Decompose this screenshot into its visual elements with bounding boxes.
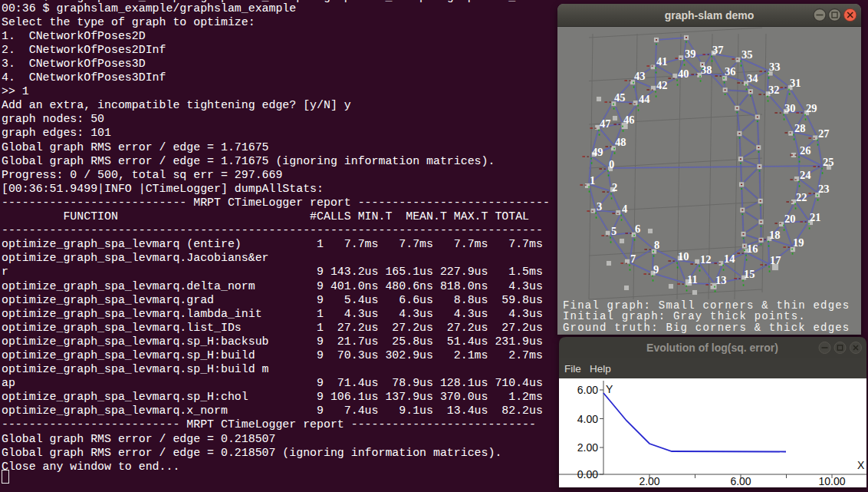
svg-text:Ground truth: Big corners & th: Ground truth: Big corners & thick edges (563, 322, 850, 334)
svg-text:1: 1 (590, 174, 595, 187)
svg-text:37: 37 (712, 44, 724, 56)
svg-text:32: 32 (768, 84, 780, 96)
svg-text:21: 21 (810, 211, 821, 223)
svg-text:8: 8 (654, 239, 659, 251)
svg-text:Final graph: Small corners & t: Final graph: Small corners & thin edges (563, 299, 850, 312)
svg-text:6: 6 (635, 223, 640, 235)
svg-text:49: 49 (592, 146, 603, 158)
svg-text:41: 41 (656, 55, 668, 68)
svg-text:0.00: 0.00 (577, 468, 598, 480)
svg-text:10.00: 10.00 (818, 475, 845, 487)
svg-text:3: 3 (597, 200, 602, 213)
svg-text:39: 39 (685, 48, 696, 60)
svg-text:Help: Help (590, 363, 611, 375)
svg-text:10: 10 (678, 250, 689, 263)
svg-text:7: 7 (630, 253, 636, 265)
svg-text:2: 2 (612, 181, 617, 193)
svg-text:16: 16 (747, 243, 758, 255)
svg-text:17: 17 (770, 254, 781, 266)
svg-text:48: 48 (615, 136, 626, 148)
svg-text:27: 27 (818, 127, 830, 140)
svg-text:20: 20 (784, 213, 796, 225)
svg-text:23: 23 (818, 183, 830, 195)
svg-text:4.00: 4.00 (577, 413, 598, 425)
svg-text:File: File (564, 363, 581, 375)
svg-text:4: 4 (622, 203, 627, 215)
svg-text:Y: Y (606, 383, 613, 395)
svg-text:X: X (857, 459, 865, 471)
svg-text:35: 35 (741, 48, 753, 61)
svg-text:18: 18 (769, 229, 781, 241)
svg-text:24: 24 (800, 169, 811, 181)
svg-text:graph-slam demo: graph-slam demo (665, 9, 755, 21)
svg-text:6.00: 6.00 (730, 475, 751, 487)
svg-text:45: 45 (614, 91, 626, 104)
svg-text:46: 46 (623, 114, 635, 126)
svg-text:12: 12 (700, 253, 712, 266)
svg-text:6.00: 6.00 (577, 384, 598, 396)
svg-text:38: 38 (701, 64, 712, 76)
svg-text:29: 29 (806, 102, 817, 114)
svg-text:25: 25 (823, 156, 834, 168)
svg-text:9: 9 (653, 263, 659, 276)
svg-text:42: 42 (656, 79, 668, 91)
svg-text:40: 40 (678, 68, 689, 80)
svg-text:Evolution of log(sq. error): Evolution of log(sq. error) (646, 342, 778, 354)
svg-text:26: 26 (800, 144, 811, 157)
svg-text:43: 43 (634, 70, 646, 82)
svg-text:36: 36 (725, 65, 736, 78)
svg-text:19: 19 (793, 236, 804, 249)
svg-text:13: 13 (715, 274, 727, 286)
svg-text:33: 33 (769, 61, 781, 73)
svg-text:28: 28 (794, 122, 806, 134)
svg-text:2.00: 2.00 (639, 475, 659, 487)
svg-text:5: 5 (611, 225, 616, 237)
svg-text:15: 15 (744, 268, 755, 280)
svg-text:2.00: 2.00 (577, 441, 598, 454)
svg-text:0: 0 (609, 158, 614, 170)
svg-text:22: 22 (796, 191, 807, 203)
svg-text:44: 44 (639, 93, 650, 105)
svg-text:30: 30 (784, 102, 796, 114)
svg-text:11: 11 (687, 273, 698, 286)
svg-text:47: 47 (600, 117, 611, 130)
svg-text:14: 14 (724, 253, 735, 265)
svg-text:34: 34 (747, 72, 758, 84)
svg-text:31: 31 (790, 77, 801, 89)
